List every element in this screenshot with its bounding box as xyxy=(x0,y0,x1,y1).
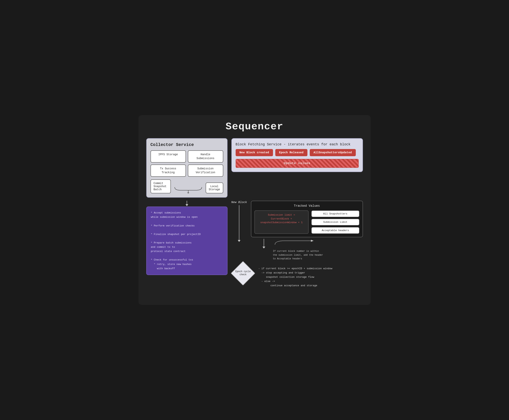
if-note-container: If current block number is withinthe sub… xyxy=(273,239,323,261)
local-storage-item: Local Storage xyxy=(206,182,223,193)
vertical-connector xyxy=(238,205,240,242)
note-3: * Finalize shapshot per projectID xyxy=(151,232,223,237)
collector-service-box: Collector Service IPFS Storage Handle Su… xyxy=(146,138,228,198)
svg-marker-3 xyxy=(185,204,188,206)
all-snapshotters-btn[interactable]: AllSnapshottersUpdated xyxy=(310,149,356,156)
tx-success-tracking-item: Tx Success Tracking xyxy=(150,165,186,177)
block-fetching-title: Block Fetching Service - iterates events… xyxy=(236,142,359,146)
event-buttons: New Block created Epoch Released AllSnap… xyxy=(236,149,359,156)
tracked-values-box: Tracked Values Submission limit =Current… xyxy=(251,201,363,237)
block-fetching-box: Block Fetching Service - iterates events… xyxy=(231,138,363,172)
note-5: * Check for unsuccessful txs * retry, st… xyxy=(151,258,223,270)
handle-submissions-item: Handle Submissions xyxy=(188,150,223,163)
submission-limit-formula: Submission limit =CurrentBlock +snapshot… xyxy=(254,210,309,234)
svg-marker-1 xyxy=(187,193,189,193)
collector-grid: IPFS Storage Handle Submissions Tx Succe… xyxy=(150,150,223,177)
epoch-released-btn[interactable]: Epoch Released xyxy=(275,149,307,156)
note-4: * Prepare batch submissionsand commit tx… xyxy=(151,241,223,254)
main-container: Sequencer Collector Service IPFS Storage… xyxy=(139,115,371,305)
new-block-flow: New Block Tracked Values xyxy=(231,201,363,261)
all-snapshotters-tracked: All Snapshotters xyxy=(311,210,360,217)
curved-arrow-svg xyxy=(273,239,319,250)
arrow-down-1 xyxy=(238,240,240,242)
collector-title: Collector Service xyxy=(150,142,223,147)
epoch-row: Epoch cycle check - if current block >= … xyxy=(231,265,363,288)
diagram: Collector Service IPFS Storage Handle Su… xyxy=(146,138,363,288)
brace-svg xyxy=(173,186,204,193)
note-1: * Accept submissionswhile submission win… xyxy=(151,211,223,219)
tracked-inner: Submission limit =CurrentBlock +snapshot… xyxy=(254,210,360,234)
epoch-decision-col: - if current block >= epochID + submissi… xyxy=(258,265,363,288)
vert-line-1 xyxy=(239,205,239,240)
vert-line-2 xyxy=(264,239,264,247)
tracked-items-col: All Snapshotters Submission Limit Accept… xyxy=(311,210,360,234)
commit-snapshot-item: Commit Snapshot Batch xyxy=(150,180,171,193)
tracked-values-title: Tracked Values xyxy=(254,204,360,208)
epoch-cycle-label: Epoch cycle check xyxy=(235,270,251,276)
arrow-dn-2 xyxy=(263,247,265,248)
submission-verification-item: Submission Verification xyxy=(188,165,223,177)
ipfs-storage-item: IPFS Storage xyxy=(150,150,186,163)
update-values-bar: Update values xyxy=(236,159,359,168)
page-title: Sequencer xyxy=(146,121,363,132)
note-2: * Perform verification checks xyxy=(151,224,223,228)
new-block-col: New Block xyxy=(231,201,247,242)
row1: Collector Service IPFS Storage Handle Su… xyxy=(146,138,363,198)
right-flow: New Block Tracked Values xyxy=(231,201,363,288)
arrow-note-row: If current block number is withinthe sub… xyxy=(251,239,363,261)
arrow-area xyxy=(146,201,228,207)
left-col: * Accept submissionswhile submission win… xyxy=(146,201,228,275)
new-block-created-btn[interactable]: New Block created xyxy=(236,149,273,156)
epoch-diamond: Epoch cycle check xyxy=(231,261,255,285)
if-block-note: If current block number is withinthe sub… xyxy=(273,249,323,261)
epoch-decision-text: - if current block >= epochID + submissi… xyxy=(258,267,363,288)
notes-box: * Accept submissionswhile submission win… xyxy=(146,207,228,275)
acceptable-headers-tracked: Acceptable headers xyxy=(311,227,360,234)
epoch-diamond-col: Epoch cycle check xyxy=(231,265,255,282)
update-values-label: Update values xyxy=(284,162,310,165)
submission-limit-tracked: Submission Limit xyxy=(311,219,360,225)
new-block-label: New Block xyxy=(231,201,247,204)
arrow-down-2 xyxy=(263,239,265,248)
down-arrow-svg xyxy=(181,201,193,207)
svg-marker-4 xyxy=(311,240,314,242)
row2: * Accept submissionswhile submission win… xyxy=(146,201,363,288)
collector-bottom: Commit Snapshot Batch Local Storage xyxy=(150,180,223,193)
tracked-col: Tracked Values Submission limit =Current… xyxy=(251,201,363,261)
